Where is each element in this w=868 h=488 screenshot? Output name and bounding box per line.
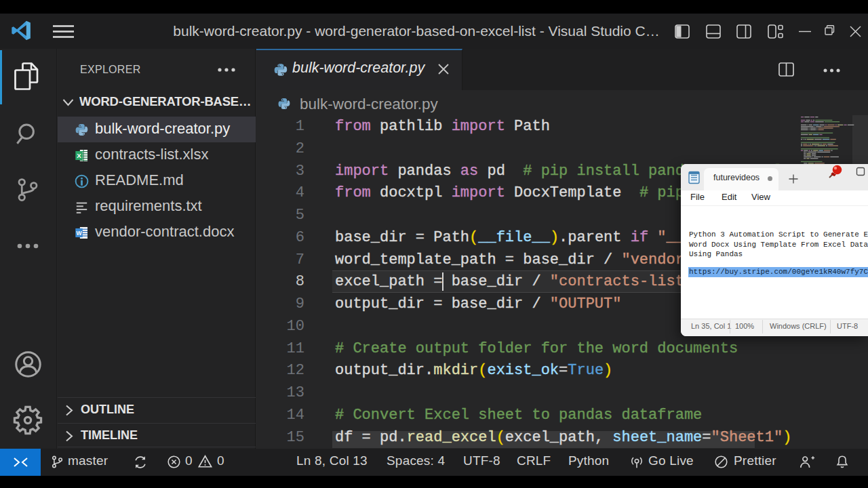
svg-text:X: X [77, 152, 81, 159]
svg-text:W: W [77, 230, 83, 237]
